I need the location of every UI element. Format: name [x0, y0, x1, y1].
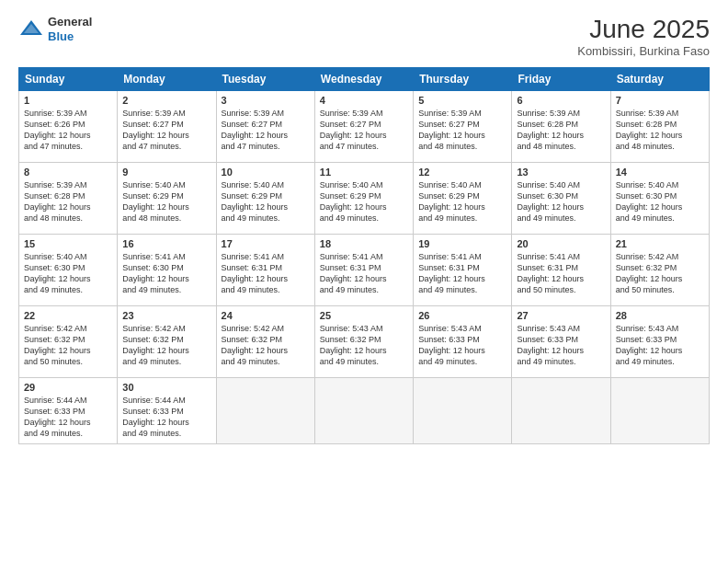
- calendar-cell: 15 Sunrise: 5:40 AM Sunset: 6:30 PM Dayl…: [19, 235, 118, 306]
- day-number: 2: [122, 95, 210, 106]
- day-info: Sunrise: 5:40 AM Sunset: 6:30 PM Dayligh…: [517, 179, 605, 224]
- day-info: Sunrise: 5:43 AM Sunset: 6:33 PM Dayligh…: [616, 323, 704, 368]
- day-number: 10: [222, 167, 310, 178]
- calendar-cell: 9 Sunrise: 5:40 AM Sunset: 6:29 PM Dayli…: [118, 163, 216, 235]
- calendar-cell: 6 Sunrise: 5:39 AM Sunset: 6:28 PM Dayli…: [512, 91, 610, 163]
- day-number: 7: [616, 95, 704, 106]
- day-info: Sunrise: 5:40 AM Sunset: 6:30 PM Dayligh…: [24, 251, 112, 296]
- calendar-header-monday: Monday: [118, 68, 216, 91]
- logo-text: General Blue: [48, 15, 92, 43]
- calendar-header-row: SundayMondayTuesdayWednesdayThursdayFrid…: [19, 68, 710, 91]
- calendar-cell: [512, 378, 610, 444]
- day-number: 13: [517, 167, 605, 178]
- day-number: 19: [418, 238, 506, 249]
- calendar-table: SundayMondayTuesdayWednesdayThursdayFrid…: [18, 67, 710, 444]
- logo-general-text: General: [48, 15, 92, 29]
- day-info: Sunrise: 5:42 AM Sunset: 6:32 PM Dayligh…: [222, 323, 310, 368]
- calendar-cell: 7 Sunrise: 5:39 AM Sunset: 6:28 PM Dayli…: [610, 91, 709, 163]
- calendar-cell: 23 Sunrise: 5:42 AM Sunset: 6:32 PM Dayl…: [118, 306, 216, 378]
- day-info: Sunrise: 5:39 AM Sunset: 6:27 PM Dayligh…: [122, 108, 210, 153]
- day-number: 16: [122, 238, 210, 249]
- day-info: Sunrise: 5:41 AM Sunset: 6:31 PM Dayligh…: [222, 251, 310, 296]
- day-number: 28: [616, 310, 704, 321]
- day-number: 12: [418, 167, 506, 178]
- day-number: 21: [616, 238, 704, 249]
- calendar-cell: 19 Sunrise: 5:41 AM Sunset: 6:31 PM Dayl…: [414, 235, 512, 306]
- calendar-cell: [610, 378, 709, 444]
- calendar-header-friday: Friday: [512, 68, 610, 91]
- day-info: Sunrise: 5:40 AM Sunset: 6:29 PM Dayligh…: [122, 179, 210, 224]
- main-title: June 2025: [577, 15, 710, 44]
- day-number: 22: [24, 310, 112, 321]
- day-number: 14: [616, 167, 704, 178]
- day-info: Sunrise: 5:40 AM Sunset: 6:30 PM Dayligh…: [616, 179, 704, 224]
- day-number: 1: [24, 95, 112, 106]
- day-number: 4: [320, 95, 408, 106]
- day-info: Sunrise: 5:41 AM Sunset: 6:31 PM Dayligh…: [418, 251, 506, 296]
- day-info: Sunrise: 5:40 AM Sunset: 6:29 PM Dayligh…: [418, 179, 506, 224]
- day-info: Sunrise: 5:44 AM Sunset: 6:33 PM Dayligh…: [24, 395, 112, 440]
- calendar-cell: 20 Sunrise: 5:41 AM Sunset: 6:31 PM Dayl…: [512, 235, 610, 306]
- calendar-cell: 26 Sunrise: 5:43 AM Sunset: 6:33 PM Dayl…: [414, 306, 512, 378]
- calendar-week-row: 15 Sunrise: 5:40 AM Sunset: 6:30 PM Dayl…: [19, 235, 710, 306]
- subtitle: Kombissiri, Burkina Faso: [577, 44, 710, 58]
- calendar-cell: 10 Sunrise: 5:40 AM Sunset: 6:29 PM Dayl…: [216, 163, 314, 235]
- day-number: 27: [517, 310, 605, 321]
- day-number: 6: [517, 95, 605, 106]
- day-info: Sunrise: 5:43 AM Sunset: 6:32 PM Dayligh…: [320, 323, 408, 368]
- calendar-cell: [216, 378, 314, 444]
- day-info: Sunrise: 5:39 AM Sunset: 6:27 PM Dayligh…: [222, 108, 310, 153]
- calendar-cell: [414, 378, 512, 444]
- calendar-cell: [314, 378, 413, 444]
- calendar-cell: 27 Sunrise: 5:43 AM Sunset: 6:33 PM Dayl…: [512, 306, 610, 378]
- day-info: Sunrise: 5:39 AM Sunset: 6:27 PM Dayligh…: [320, 108, 408, 153]
- day-number: 17: [222, 238, 310, 249]
- day-number: 11: [320, 167, 408, 178]
- calendar-cell: 22 Sunrise: 5:42 AM Sunset: 6:32 PM Dayl…: [19, 306, 118, 378]
- day-info: Sunrise: 5:41 AM Sunset: 6:31 PM Dayligh…: [517, 251, 605, 296]
- calendar-cell: 25 Sunrise: 5:43 AM Sunset: 6:32 PM Dayl…: [314, 306, 413, 378]
- calendar-cell: 2 Sunrise: 5:39 AM Sunset: 6:27 PM Dayli…: [118, 91, 216, 163]
- calendar-cell: 29 Sunrise: 5:44 AM Sunset: 6:33 PM Dayl…: [19, 378, 118, 444]
- day-number: 29: [24, 382, 112, 393]
- calendar-week-row: 1 Sunrise: 5:39 AM Sunset: 6:26 PM Dayli…: [19, 91, 710, 163]
- calendar-cell: 4 Sunrise: 5:39 AM Sunset: 6:27 PM Dayli…: [314, 91, 413, 163]
- calendar-cell: 21 Sunrise: 5:42 AM Sunset: 6:32 PM Dayl…: [610, 235, 709, 306]
- day-info: Sunrise: 5:39 AM Sunset: 6:26 PM Dayligh…: [24, 108, 112, 153]
- calendar-cell: 30 Sunrise: 5:44 AM Sunset: 6:33 PM Dayl…: [118, 378, 216, 444]
- day-info: Sunrise: 5:41 AM Sunset: 6:30 PM Dayligh…: [122, 251, 210, 296]
- day-info: Sunrise: 5:42 AM Sunset: 6:32 PM Dayligh…: [616, 251, 704, 296]
- day-info: Sunrise: 5:44 AM Sunset: 6:33 PM Dayligh…: [122, 395, 210, 440]
- day-info: Sunrise: 5:43 AM Sunset: 6:33 PM Dayligh…: [517, 323, 605, 368]
- day-info: Sunrise: 5:41 AM Sunset: 6:31 PM Dayligh…: [320, 251, 408, 296]
- calendar-cell: 24 Sunrise: 5:42 AM Sunset: 6:32 PM Dayl…: [216, 306, 314, 378]
- day-info: Sunrise: 5:40 AM Sunset: 6:29 PM Dayligh…: [320, 179, 408, 224]
- day-info: Sunrise: 5:43 AM Sunset: 6:33 PM Dayligh…: [418, 323, 506, 368]
- calendar-cell: 11 Sunrise: 5:40 AM Sunset: 6:29 PM Dayl…: [314, 163, 413, 235]
- calendar-cell: 14 Sunrise: 5:40 AM Sunset: 6:30 PM Dayl…: [610, 163, 709, 235]
- day-info: Sunrise: 5:39 AM Sunset: 6:28 PM Dayligh…: [24, 179, 112, 224]
- calendar-header-tuesday: Tuesday: [216, 68, 314, 91]
- day-number: 8: [24, 167, 112, 178]
- calendar-cell: 12 Sunrise: 5:40 AM Sunset: 6:29 PM Dayl…: [414, 163, 512, 235]
- logo-blue-text: Blue: [48, 29, 92, 44]
- day-info: Sunrise: 5:42 AM Sunset: 6:32 PM Dayligh…: [24, 323, 112, 368]
- calendar-cell: 1 Sunrise: 5:39 AM Sunset: 6:26 PM Dayli…: [19, 91, 118, 163]
- day-number: 24: [222, 310, 310, 321]
- day-number: 15: [24, 238, 112, 249]
- calendar-cell: 28 Sunrise: 5:43 AM Sunset: 6:33 PM Dayl…: [610, 306, 709, 378]
- calendar-header-thursday: Thursday: [414, 68, 512, 91]
- day-info: Sunrise: 5:39 AM Sunset: 6:27 PM Dayligh…: [418, 108, 506, 153]
- calendar-header-saturday: Saturday: [610, 68, 709, 91]
- day-number: 26: [418, 310, 506, 321]
- calendar-cell: 5 Sunrise: 5:39 AM Sunset: 6:27 PM Dayli…: [414, 91, 512, 163]
- calendar-header-wednesday: Wednesday: [314, 68, 413, 91]
- calendar-cell: 13 Sunrise: 5:40 AM Sunset: 6:30 PM Dayl…: [512, 163, 610, 235]
- day-number: 30: [122, 382, 210, 393]
- calendar-week-row: 8 Sunrise: 5:39 AM Sunset: 6:28 PM Dayli…: [19, 163, 710, 235]
- day-number: 18: [320, 238, 408, 249]
- calendar-week-row: 29 Sunrise: 5:44 AM Sunset: 6:33 PM Dayl…: [19, 378, 710, 444]
- calendar-cell: 3 Sunrise: 5:39 AM Sunset: 6:27 PM Dayli…: [216, 91, 314, 163]
- day-info: Sunrise: 5:39 AM Sunset: 6:28 PM Dayligh…: [517, 108, 605, 153]
- day-number: 20: [517, 238, 605, 249]
